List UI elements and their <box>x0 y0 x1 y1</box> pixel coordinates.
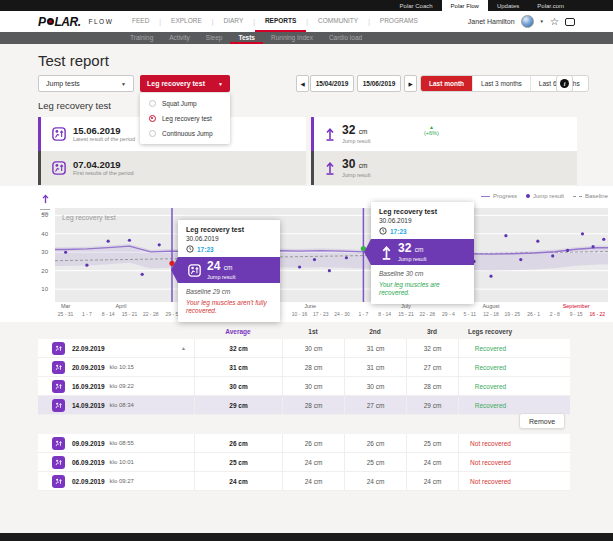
remove-button[interactable]: Remove <box>519 413 565 429</box>
topbar-item-polar-flow[interactable]: Polar Flow <box>442 0 488 11</box>
week-label: 10 - 16 <box>292 311 308 317</box>
week-label: 24 - 30 <box>334 311 350 317</box>
week-label: 25 - 31 <box>58 311 74 317</box>
range-button-last-month[interactable]: Last month <box>421 76 472 91</box>
cell-2nd: 25 cm <box>344 453 406 471</box>
dropdown-option-continuous-jump[interactable]: Continuous Jump <box>140 126 230 141</box>
results-table-not-recovered: 09.09.2019klo 08:5526 cm26 cm26 cm25 cmN… <box>38 434 570 491</box>
dropdown-option-leg-recovery-test[interactable]: Leg recovery test <box>140 111 230 126</box>
topbar-item-polar-com[interactable]: Polar.com <box>528 0 573 11</box>
test-time: klo 09:27 <box>110 478 134 484</box>
test-name-select[interactable]: Leg recovery test ▼ <box>140 75 230 92</box>
test-date: 02.09.2019 <box>72 478 105 485</box>
subnav-item-activity[interactable]: Activity <box>161 32 198 44</box>
col-header-2nd[interactable]: 2nd <box>344 328 406 335</box>
week-label: 1 - 7 <box>358 311 368 317</box>
col-header-average[interactable]: Average <box>194 328 282 335</box>
test-time: klo 08:55 <box>110 440 134 446</box>
cell-average: 31 cm <box>194 358 282 376</box>
cell-2nd: 30 cm <box>344 377 406 395</box>
test-time: klo 09:22 <box>110 383 134 389</box>
week-label: 5 - 11 <box>464 311 476 317</box>
cell-2nd: 31 cm <box>344 358 406 376</box>
table-row[interactable]: 20.09.2019klo 10:1531 cm28 cm31 cm27 cmR… <box>38 358 570 377</box>
legend-label: Baseline <box>585 193 608 199</box>
week-label: 2 - 8 <box>550 311 560 317</box>
subnav-item-cardio-load[interactable]: Cardio load <box>321 32 370 44</box>
tooltip-value: 32 <box>398 241 411 255</box>
range-button-last-3-months[interactable]: Last 3 months <box>472 76 530 91</box>
table-row[interactable]: 14.09.2019klo 08:3429 cm28 cm27 cm29 cmR… <box>38 396 570 415</box>
clock-icon <box>186 245 194 253</box>
nav-item-community[interactable]: COMMUNITY <box>308 11 368 32</box>
month-label-mar: Mar <box>61 303 70 309</box>
polar-flow-logo[interactable]: PLAR. FLOW <box>38 11 113 32</box>
dropdown-option-label: Squat Jump <box>162 100 197 107</box>
jump-test-icon <box>52 380 65 393</box>
table-row[interactable]: 06.09.2019klo 10:0125 cm24 cm25 cm24 cmN… <box>38 453 570 472</box>
results-table-header: Average 1st 2nd 3rd Legs recovery <box>38 324 570 338</box>
legend-label: Progress <box>493 193 517 199</box>
cell-date: 14.09.2019klo 08:34 <box>38 396 194 414</box>
nav-item-diary[interactable]: DIARY <box>213 11 253 32</box>
week-label: 17 - 23 <box>313 311 329 317</box>
subnav-item-training[interactable]: Training <box>122 32 161 44</box>
week-label: 22 - 28 <box>143 311 159 317</box>
col-header-legs-recovery[interactable]: Legs recovery <box>458 328 522 335</box>
chevron-down-icon: ▼ <box>218 81 223 87</box>
page-title: Test report <box>38 52 109 69</box>
tooltip-title: Leg recovery test <box>379 208 466 216</box>
jump-height-icon <box>325 161 335 175</box>
date-from-input[interactable]: 15/04/2019 <box>310 75 354 92</box>
legend-item-progress: Progress <box>481 193 517 199</box>
cell-spacer <box>522 339 570 357</box>
avatar[interactable] <box>521 15 534 28</box>
table-row[interactable]: 22.09.2019▲32 cm30 cm31 cm32 cmRecovered <box>38 339 570 358</box>
favorites-star-icon[interactable]: ☆ <box>550 17 559 27</box>
cell-average: 29 cm <box>194 396 282 414</box>
nav-item-reports[interactable]: REPORTS <box>255 11 306 32</box>
nav-item-explore[interactable]: EXPLORE <box>161 11 212 32</box>
cell-1st: 24 cm <box>282 472 344 490</box>
previous-period-button[interactable]: ◀ <box>296 75 309 92</box>
dropdown-option-squat-jump[interactable]: Squat Jump <box>140 96 230 111</box>
test-date: 14.09.2019 <box>72 402 105 409</box>
cell-1st: 30 cm <box>282 377 344 395</box>
cell-2nd: 31 cm <box>344 339 406 357</box>
table-row[interactable]: 16.09.2019klo 09:2230 cm30 cm30 cm28 cmR… <box>38 377 570 396</box>
table-row[interactable]: 09.09.2019klo 08:5526 cm26 cm26 cm25 cmN… <box>38 434 570 453</box>
latest-result-date: 15.06.2019 <box>73 126 135 136</box>
topbar-item-polar-coach[interactable]: Polar Coach <box>391 0 442 11</box>
nav-item-programs[interactable]: PROGRAMS <box>370 11 428 32</box>
chart-plot[interactable] <box>55 208 608 302</box>
subnav-item-running-index[interactable]: Running Index <box>263 32 321 44</box>
delta-value: (+6%) <box>424 130 439 137</box>
week-label: 19 - 25 <box>504 311 520 317</box>
date-to-input[interactable]: 15/06/2019 <box>357 75 401 92</box>
next-period-button[interactable]: ▶ <box>404 75 417 92</box>
summary-first-row: 07.04.2019 First results of the period <box>38 151 306 185</box>
user-menu-caret-icon[interactable]: ▼ <box>540 19 544 24</box>
test-category-select[interactable]: Jump tests ▼ <box>38 75 134 92</box>
subnav-item-tests[interactable]: Tests <box>230 32 263 44</box>
col-header-1st[interactable]: 1st <box>282 328 344 335</box>
tooltip-time: 17:23 <box>390 228 407 235</box>
sort-caret-icon[interactable]: ▲ <box>181 345 186 351</box>
tooltip-caption: Jump result <box>398 256 426 263</box>
cell-3rd: 32 cm <box>406 339 458 357</box>
nav-item-feed[interactable]: FEED <box>122 11 159 32</box>
cell-legs-recovery-status: Not recovered <box>458 434 522 452</box>
week-label: 26 - 1 <box>527 311 540 317</box>
month-label-september: September <box>563 303 590 309</box>
logo-product-label: FLOW <box>89 18 114 25</box>
tooltip-pointer <box>171 257 178 283</box>
info-button[interactable]: i <box>556 75 573 92</box>
subnav-item-sleep[interactable]: Sleep <box>198 32 231 44</box>
feedback-chat-icon[interactable] <box>565 18 575 26</box>
tooltip-result-banner: 24 cm Jump result <box>178 257 280 283</box>
cell-3rd: 29 cm <box>406 396 458 414</box>
summary-latest-value-row: 32 cm Jump result ▲ (+6%) <box>311 117 577 151</box>
table-row[interactable]: 02.09.2019klo 09:2724 cm24 cm24 cm24 cmN… <box>38 472 570 491</box>
col-header-3rd[interactable]: 3rd <box>406 328 458 335</box>
topbar-item-updates[interactable]: Updates <box>488 0 528 11</box>
